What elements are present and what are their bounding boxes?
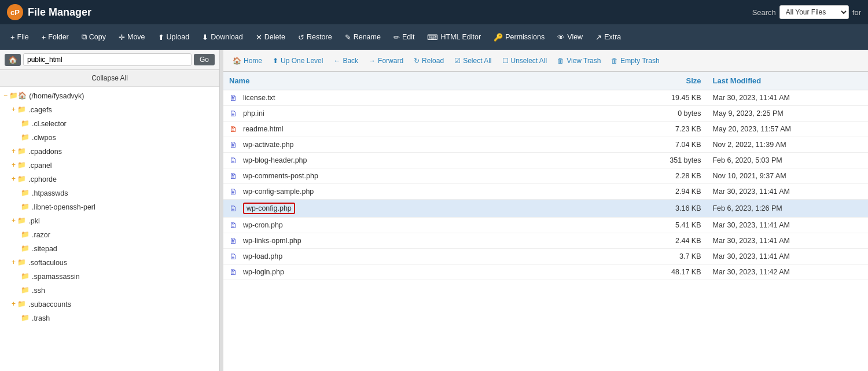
sidebar-home-button[interactable]: 🏠 — [5, 54, 21, 66]
tree-item-clwpos[interactable]: 📁 .clwpos — [0, 131, 219, 145]
table-row[interactable]: 🗎 wp-config-sample.php 2.94 KB Mar 30, 2… — [223, 184, 868, 200]
tree-item-htpasswds[interactable]: 📁 .htpasswds — [0, 186, 219, 200]
file-name: wp-load.php — [243, 252, 282, 260]
tree-item-cphorde-label: .cphorde — [28, 174, 57, 185]
file-icon: 🗎 — [229, 252, 238, 261]
file-icon: 🗎 — [229, 204, 238, 213]
file-name-cell: 🗎 wp-login.php — [223, 265, 610, 280]
htpasswds-icon: 📁 — [21, 188, 30, 199]
file-name-cell: 🗎 wp-cron.php — [223, 218, 610, 233]
tree-item-razor[interactable]: 📁 .razor — [0, 228, 219, 242]
table-row[interactable]: 🗎 php.ini 0 bytes May 9, 2023, 2:25 PM — [223, 106, 868, 122]
table-row[interactable]: 🗎 license.txt 19.45 KB Mar 30, 2023, 11:… — [223, 90, 868, 106]
file-size: 3.16 KB — [610, 200, 707, 218]
table-row[interactable]: 🗎 wp-comments-post.php 2.28 KB Nov 10, 2… — [223, 168, 868, 184]
search-area: Search All Your Files for — [752, 5, 861, 19]
table-row[interactable]: 🗎 wp-login.php 48.17 KB Mar 30, 2023, 11… — [223, 265, 868, 280]
table-row[interactable]: 🗎 wp-blog-header.php 351 bytes Feb 6, 20… — [223, 153, 868, 168]
tree-item-cagefs[interactable]: + 📁 .cagefs — [0, 103, 219, 117]
back-button[interactable]: ← Back — [329, 54, 363, 67]
file-size: 3.7 KB — [610, 249, 707, 265]
html-editor-icon: ⌨ — [427, 33, 438, 42]
file-modified: Mar 30, 2023, 11:41 AM — [707, 249, 868, 265]
new-file-button[interactable]: + File — [5, 30, 35, 45]
restore-button[interactable]: ↺ Restore — [292, 30, 338, 45]
copy-button[interactable]: ⧉ Copy — [76, 29, 112, 45]
view-trash-button[interactable]: 🗑 View Trash — [553, 54, 605, 67]
tree-item-cphorde[interactable]: + 📁 .cphorde — [0, 172, 219, 186]
upload-label: Upload — [167, 33, 190, 41]
file-name-cell: 🗎 readme.html — [223, 122, 610, 137]
file-name: readme.html — [243, 125, 283, 133]
file-size: 2.28 KB — [610, 168, 707, 184]
table-row[interactable]: 🗎 wp-activate.php 7.04 KB Nov 2, 2022, 1… — [223, 137, 868, 153]
edit-button[interactable]: ✏ Edit — [388, 30, 421, 45]
file-name-cell: 🗎 license.txt — [223, 90, 610, 106]
file-icon: 🗎 — [229, 124, 238, 134]
table-row[interactable]: 🗎 wp-cron.php 5.41 KB Mar 30, 2023, 11:4… — [223, 218, 868, 233]
view-button[interactable]: 👁 View — [551, 30, 589, 45]
file-name: wp-activate.php — [243, 141, 294, 149]
file-name-cell: 🗎 php.ini — [223, 106, 610, 122]
html-editor-button[interactable]: ⌨ HTML Editor — [421, 30, 487, 45]
table-row[interactable]: 🗎 readme.html 7.23 KB May 20, 2023, 11:5… — [223, 122, 868, 137]
tree-item-subaccounts[interactable]: + 📁 .subaccounts — [0, 297, 219, 311]
tree-item-sitepad[interactable]: 📁 .sitepad — [0, 242, 219, 256]
rename-button[interactable]: ✎ Rename — [339, 30, 387, 45]
file-icon: 🗎 — [229, 267, 238, 277]
logo-area: cP File Manager — [7, 4, 91, 20]
tree-item-spamassassin[interactable]: 📁 .spamassassin — [0, 270, 219, 284]
tree-item-pki[interactable]: + 📁 .pki — [0, 214, 219, 228]
new-folder-label: Folder — [48, 33, 68, 41]
column-name[interactable]: Name — [223, 72, 610, 90]
search-dropdown[interactable]: All Your Files — [779, 5, 849, 19]
file-name: wp-login.php — [243, 268, 284, 276]
tree-item-root[interactable]: − 📁🏠 (/home/fysadvyk) — [0, 89, 219, 103]
download-button[interactable]: ⬇ Download — [196, 30, 249, 45]
select-all-button[interactable]: ☑ Select All — [450, 54, 496, 67]
tree-item-ssh[interactable]: 📁 .ssh — [0, 284, 219, 297]
select-all-label: Select All — [463, 57, 491, 65]
download-label: Download — [211, 33, 243, 41]
file-name-cell: 🗎 wp-config.php — [223, 200, 610, 218]
tree-item-trash-label: .trash — [32, 313, 50, 324]
delete-button[interactable]: ✕ Delete — [250, 30, 291, 45]
up-one-level-button[interactable]: ⬆ Up One Level — [268, 54, 328, 67]
file-size: 19.45 KB — [610, 90, 707, 106]
tree-item-cpaddons[interactable]: + 📁 .cpaddons — [0, 145, 219, 159]
file-icon: 🗎 — [229, 221, 238, 230]
go-button[interactable]: Go — [194, 54, 215, 65]
file-icon: 🗎 — [229, 236, 238, 245]
file-size: 5.41 KB — [610, 218, 707, 233]
file-icon: 🗎 — [229, 93, 238, 102]
path-input[interactable] — [23, 53, 192, 66]
column-modified[interactable]: Last Modified — [707, 72, 868, 90]
tree-item-trash[interactable]: 📁 .trash — [0, 311, 219, 325]
unselect-all-button[interactable]: ☐ Unselect All — [498, 54, 552, 67]
upload-button[interactable]: ⬆ Upload — [152, 30, 196, 45]
tree-item-libnet[interactable]: 📁 .libnet-openssh-perl — [0, 200, 219, 214]
table-row[interactable]: 🗎 wp-links-opml.php 2.44 KB Mar 30, 2023… — [223, 233, 868, 249]
empty-trash-button[interactable]: 🗑 Empty Trash — [606, 54, 664, 67]
home-nav-button[interactable]: 🏠 Home — [228, 54, 267, 67]
tree-item-cl-selector[interactable]: 📁 .cl.selector — [0, 117, 219, 131]
new-file-icon: + — [10, 33, 15, 42]
forward-button[interactable]: → Forward — [364, 54, 408, 67]
file-size: 2.44 KB — [610, 233, 707, 249]
table-row[interactable]: 🗎 wp-load.php 3.7 KB Mar 30, 2023, 11:41… — [223, 249, 868, 265]
extra-button[interactable]: ↗ Extra — [590, 30, 627, 45]
tree-item-cpanel[interactable]: + 📁 .cpanel — [0, 159, 219, 172]
tree-item-subaccounts-label: .subaccounts — [28, 299, 71, 310]
reload-label: Reload — [422, 57, 444, 65]
new-folder-button[interactable]: + Folder — [36, 30, 75, 45]
collapse-all-button[interactable]: Collapse All — [0, 70, 219, 87]
file-modified: Mar 30, 2023, 11:41 AM — [707, 90, 868, 106]
tree-item-softaculous[interactable]: + 📁 .softaculous — [0, 256, 219, 270]
move-button[interactable]: ✛ Move — [113, 30, 151, 45]
reload-button[interactable]: ↻ Reload — [409, 54, 448, 67]
table-row[interactable]: 🗎 wp-config.php 3.16 KB Feb 6, 2023, 1:2… — [223, 200, 868, 218]
view-trash-label: View Trash — [567, 57, 601, 65]
permissions-button[interactable]: 🔑 Permissions — [488, 30, 550, 45]
copy-icon: ⧉ — [82, 32, 87, 42]
column-size[interactable]: Size — [610, 72, 707, 90]
